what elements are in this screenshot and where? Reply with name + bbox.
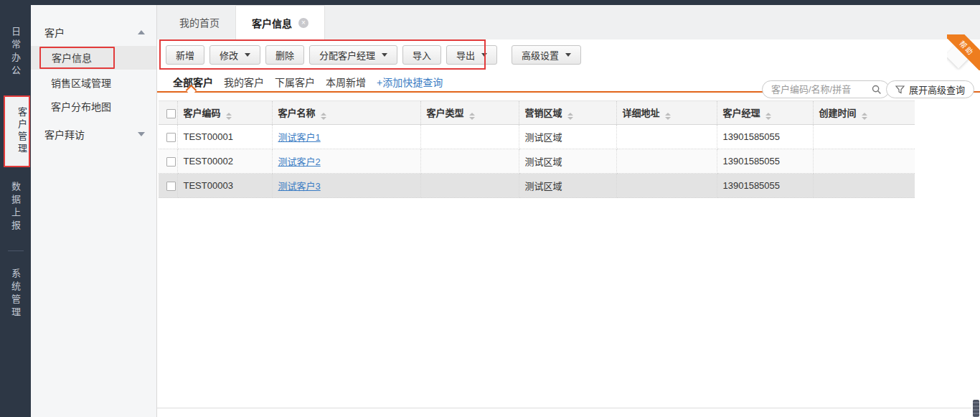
import-button[interactable]: 导入 — [402, 45, 441, 65]
toolbar: 新增 修改 删除 分配客户经理 导入 导出 高级设置 — [157, 39, 980, 70]
customer-name-link[interactable]: 测试客户1 — [278, 132, 321, 143]
cell-customer-code: TEST00001 — [177, 125, 272, 149]
tab-customer-info[interactable]: 客户信息 × — [235, 5, 325, 39]
edit-button[interactable]: 修改 — [209, 45, 260, 65]
header-customer-name[interactable]: 客户名称 — [272, 101, 420, 125]
cell-customer-manager: 13901585055 — [717, 149, 813, 174]
customer-search-input[interactable] — [771, 84, 872, 95]
menu-group-customer[interactable]: 客户 — [31, 21, 156, 44]
header-customer-type[interactable]: 客户类型 — [420, 101, 519, 125]
cell-customer-type — [420, 149, 519, 174]
left-nav-rail: 日常办公 客户管理 数据上报 系统管理 — [0, 5, 31, 417]
table-row[interactable]: TEST00001 测试客户1 测试区域 13901585055 — [159, 125, 915, 149]
collapse-up-icon — [138, 30, 145, 34]
cell-detailed-address — [616, 174, 717, 198]
menu-item-sales-region[interactable]: 销售区域管理 — [31, 72, 156, 93]
filter-tab-subordinate-customers[interactable]: 下属客户 — [275, 73, 315, 90]
table-row[interactable]: TEST00002 测试客户2 测试区域 13901585055 — [159, 149, 915, 174]
add-button[interactable]: 新增 — [166, 45, 204, 65]
assign-manager-button[interactable]: 分配客户经理 — [309, 45, 397, 65]
dropdown-caret-icon — [245, 53, 250, 57]
cell-customer-name: 测试客户2 — [272, 149, 420, 174]
toolbar-gap — [502, 45, 507, 70]
help-ribbon: 帮助 — [947, 34, 980, 70]
button-label: 导出 — [456, 48, 475, 62]
vertical-scrollbar-thumb[interactable] — [973, 400, 979, 417]
expand-advanced-query-button[interactable]: 展开高级查询 — [886, 80, 974, 98]
filter-tab-my-customers[interactable]: 我的客户 — [224, 73, 264, 90]
menu-item-customer-map[interactable]: 客户分布地图 — [31, 95, 156, 117]
cell-select — [159, 149, 177, 174]
menu-item-label: 客户分布地图 — [51, 99, 111, 113]
button-label: 删除 — [275, 48, 294, 62]
button-label: 分配客户经理 — [319, 48, 375, 62]
header-created-time[interactable]: 创建时间 — [813, 101, 915, 125]
sort-icon[interactable] — [321, 113, 326, 120]
button-label: 高级设置 — [522, 48, 559, 62]
cell-marketing-region: 测试区域 — [519, 174, 616, 198]
tab-close-icon[interactable]: × — [298, 18, 308, 28]
cell-customer-name: 测试客户3 — [272, 174, 420, 198]
menu-item-customer-info[interactable]: 客户信息 — [31, 46, 156, 70]
row-checkbox[interactable] — [166, 182, 176, 191]
sort-icon[interactable] — [862, 113, 867, 120]
menu-group-customer-visit[interactable]: 客户拜访 — [31, 123, 156, 146]
button-label: 修改 — [220, 48, 238, 62]
dropdown-caret-icon — [382, 53, 387, 57]
sort-icon[interactable] — [226, 113, 232, 120]
search-icon[interactable] — [872, 85, 882, 95]
button-label: 新增 — [176, 48, 194, 62]
advanced-settings-button[interactable]: 高级设置 — [512, 45, 581, 65]
header-marketing-region[interactable]: 营销区域 — [519, 101, 616, 125]
sort-icon[interactable] — [665, 113, 671, 120]
dropdown-caret-icon — [481, 53, 487, 57]
table-header-row: 客户编码 客户名称 客户类型 营销区域 详细地址 客户经理 创建时间 — [159, 101, 915, 125]
tab-label: 客户信息 — [252, 16, 292, 30]
tab-label: 我的首页 — [179, 15, 220, 29]
button-label: 展开高级查询 — [909, 83, 965, 96]
customer-name-link[interactable]: 测试客户3 — [278, 181, 321, 192]
add-quick-query-link[interactable]: +添加快捷查询 — [377, 73, 443, 90]
header-customer-manager[interactable]: 客户经理 — [717, 101, 813, 125]
customer-name-link[interactable]: 测试客户2 — [278, 156, 321, 167]
cell-created-time — [813, 174, 915, 198]
header-select-all — [159, 101, 177, 125]
cell-customer-code: TEST00003 — [177, 174, 272, 198]
row-checkbox[interactable] — [166, 133, 176, 142]
rail-item-data-report[interactable]: 数据上报 — [9, 174, 22, 240]
delete-button[interactable]: 删除 — [265, 45, 304, 65]
filter-funnel-icon — [895, 85, 905, 94]
tab-my-home[interactable]: 我的首页 — [164, 5, 235, 39]
filter-tab-new-this-week[interactable]: 本周新增 — [326, 73, 366, 90]
button-label: 导入 — [413, 48, 431, 62]
sort-icon[interactable] — [469, 113, 475, 120]
select-all-checkbox[interactable] — [166, 109, 176, 118]
menu-group-label: 客户 — [44, 25, 138, 39]
cell-created-time — [813, 149, 915, 174]
side-menu: 客户 客户信息 销售区域管理 客户分布地图 客户拜访 — [31, 5, 157, 417]
sort-icon[interactable] — [567, 113, 573, 120]
row-checkbox[interactable] — [166, 157, 176, 167]
cell-created-time — [813, 125, 915, 149]
main-content: 我的首页 客户信息 × 新增 修改 删除 分配客户经理 — [157, 5, 980, 417]
filter-section: 全部客户 我的客户 下属客户 本周新增 +添加快捷查询 展开高级查询 — [157, 70, 980, 100]
customer-table: 客户编码 客户名称 客户类型 营销区域 详细地址 客户经理 创建时间 TEST0… — [159, 100, 915, 198]
rail-item-system-mgmt[interactable]: 系统管理 — [9, 261, 22, 327]
rail-item-customer-mgmt[interactable]: 客户管理 — [4, 95, 30, 167]
column-label: 客户类型 — [427, 108, 464, 118]
menu-group-label: 客户拜访 — [44, 127, 138, 141]
cell-detailed-address — [616, 149, 717, 174]
export-button[interactable]: 导出 — [446, 45, 497, 65]
header-detailed-address[interactable]: 详细地址 — [616, 101, 717, 125]
tab-bar: 我的首页 客户信息 × — [157, 5, 980, 39]
column-label: 营销区域 — [525, 108, 562, 118]
column-label: 客户编码 — [184, 108, 221, 118]
customer-search-box — [762, 80, 890, 98]
sort-icon[interactable] — [765, 113, 771, 120]
rail-item-daily-office[interactable]: 日常办公 — [9, 19, 22, 85]
annotation-red-box: 客户信息 — [39, 47, 115, 69]
table-row[interactable]: TEST00003 测试客户3 测试区域 13901585055 — [159, 174, 915, 198]
top-dark-strip — [0, 0, 980, 5]
header-customer-code[interactable]: 客户编码 — [177, 101, 272, 125]
app-window: 日常办公 客户管理 数据上报 系统管理 客户 客户信息 销售区域管理 客户分布地… — [0, 0, 980, 417]
